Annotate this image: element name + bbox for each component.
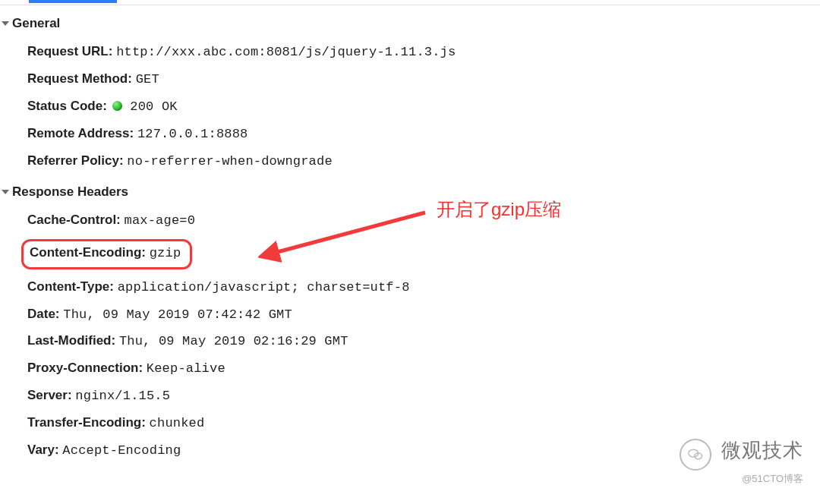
content-encoding-value: gzip	[150, 246, 181, 260]
general-title: General	[12, 16, 60, 31]
annotation-text: 开启了gzip压缩	[437, 197, 561, 222]
request-url-value: http://xxx.abc.com:8081/js/jquery-1.11.3…	[116, 45, 456, 59]
cache-control-row: Cache-Control: max-age=0	[27, 212, 820, 230]
cache-control-label: Cache-Control:	[27, 213, 121, 227]
transfer-encoding-label: Transfer-Encoding:	[27, 415, 146, 430]
active-tab-indicator	[29, 0, 117, 3]
watermark-sub: @51CTO博客	[680, 472, 803, 486]
request-method-label: Request Method:	[27, 71, 132, 86]
vary-label: Vary:	[27, 443, 59, 457]
content-type-value: application/javascript; charset=utf-8	[118, 280, 410, 295]
last-modified-row: Last-Modified: Thu, 09 May 2019 02:16:29…	[27, 332, 820, 351]
general-section: General Request URL: http://xxx.abc.com:…	[0, 11, 820, 171]
status-code-label: Status Code:	[27, 99, 107, 113]
request-method-value: GET	[136, 72, 159, 87]
response-headers-items: Cache-Control: max-age=0 Content-Encodin…	[0, 212, 820, 460]
vary-value: Accept-Encoding	[62, 443, 181, 458]
server-row: Server: nginx/1.15.5	[27, 387, 820, 405]
proxy-connection-row: Proxy-Connection: Keep-alive	[27, 360, 820, 378]
remote-address-row: Remote Address: 127.0.0.1:8888	[27, 125, 820, 143]
response-headers-section: Response Headers Cache-Control: max-age=…	[0, 180, 820, 460]
proxy-connection-value: Keep-alive	[147, 361, 226, 376]
response-headers-title: Response Headers	[12, 184, 128, 200]
referrer-policy-value: no-referrer-when-downgrade	[127, 154, 332, 169]
content-encoding-row: Content-Encoding: gzip	[27, 239, 820, 269]
referrer-policy-label: Referrer Policy:	[27, 153, 124, 168]
watermark-wechat-icon	[680, 439, 711, 471]
status-code-row: Status Code: 200 OK	[27, 98, 820, 116]
disclosure-triangle-icon	[2, 190, 9, 194]
transfer-encoding-value: chunked	[150, 416, 205, 430]
content-type-label: Content-Type:	[27, 279, 114, 294]
date-label: Date:	[27, 307, 60, 321]
watermark: 微观技术 @51CTO博客	[680, 437, 803, 486]
date-value: Thu, 09 May 2019 07:42:42 GMT	[63, 307, 292, 322]
proxy-connection-label: Proxy-Connection:	[27, 361, 143, 375]
general-section-header[interactable]: General	[0, 11, 820, 36]
highlight-content-encoding: Content-Encoding: gzip	[21, 239, 192, 269]
status-ok-icon	[112, 101, 122, 111]
watermark-main: 微观技术	[721, 439, 803, 461]
headers-pane: General Request URL: http://xxx.abc.com:…	[0, 5, 820, 504]
content-type-row: Content-Type: application/javascript; ch…	[27, 279, 820, 297]
cache-control-value: max-age=0	[125, 213, 196, 228]
server-label: Server:	[27, 388, 72, 402]
request-url-row: Request URL: http://xxx.abc.com:8081/js/…	[27, 43, 820, 61]
transfer-encoding-row: Transfer-Encoding: chunked	[27, 414, 820, 433]
general-items: Request URL: http://xxx.abc.com:8081/js/…	[0, 43, 820, 171]
remote-address-label: Remote Address:	[27, 126, 134, 140]
referrer-policy-row: Referrer Policy: no-referrer-when-downgr…	[27, 153, 820, 171]
last-modified-label: Last-Modified:	[27, 333, 115, 348]
request-url-label: Request URL:	[27, 44, 112, 58]
disclosure-triangle-icon	[2, 21, 9, 26]
date-row: Date: Thu, 09 May 2019 07:42:42 GMT	[27, 306, 820, 324]
server-value: nginx/1.15.5	[75, 389, 170, 403]
remote-address-value: 127.0.0.1:8888	[137, 127, 248, 141]
response-headers-header[interactable]: Response Headers	[0, 180, 820, 204]
content-encoding-label: Content-Encoding:	[30, 245, 146, 260]
status-code-value: 200 OK	[130, 99, 177, 114]
request-method-row: Request Method: GET	[27, 71, 820, 89]
last-modified-value: Thu, 09 May 2019 02:16:29 GMT	[119, 334, 348, 348]
